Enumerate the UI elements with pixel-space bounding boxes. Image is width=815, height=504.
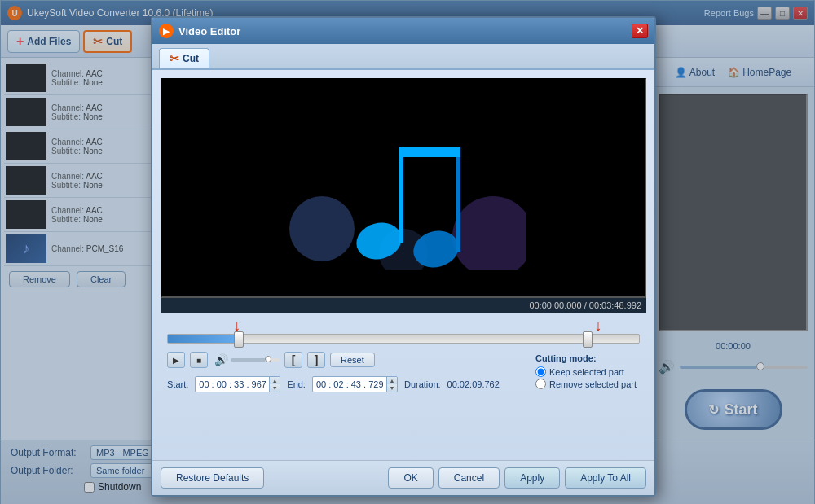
svg-rect-6 — [456, 156, 460, 252]
start-time-down[interactable]: ▼ — [270, 384, 280, 392]
end-label: End: — [287, 379, 306, 389]
video-preview — [161, 78, 646, 298]
restore-defaults-button[interactable]: Restore Defaults — [161, 467, 264, 489]
end-time-up[interactable]: ▲ — [387, 377, 397, 384]
end-handle[interactable] — [583, 331, 593, 348]
start-time-field[interactable]: ▲ ▼ — [195, 376, 280, 392]
start-handle[interactable] — [234, 331, 244, 348]
controls-row: ▶ ■ 🔊 [ ] Reset St — [161, 347, 646, 397]
cut-tab-icon: ✂ — [170, 52, 179, 65]
cutting-mode-panel: Cutting mode: Keep selected part Remove … — [526, 347, 646, 397]
video-editor-modal: ▶ Video Editor ✕ ✂ Cut — [151, 16, 656, 497]
modal-body: 00:00:00.000 / 00:03:48.992 ↓ ↓ — [152, 70, 654, 405]
ok-button[interactable]: OK — [388, 467, 433, 489]
svg-point-0 — [289, 196, 355, 261]
modal-footer: Restore Defaults OK Cancel Apply Apply T… — [152, 460, 654, 495]
bracket-start-button[interactable]: [ — [284, 352, 302, 368]
start-time-up[interactable]: ▲ — [270, 377, 280, 384]
cancel-button[interactable]: Cancel — [438, 467, 500, 489]
keep-selected-label: Keep selected part — [549, 367, 624, 377]
svg-rect-5 — [399, 147, 403, 243]
start-time-spin: ▲ ▼ — [269, 377, 280, 392]
svg-point-1 — [452, 196, 526, 270]
modal-overlay: ▶ Video Editor ✕ ✂ Cut — [0, 0, 815, 504]
apply-button[interactable]: Apply — [504, 467, 560, 489]
duration-label: Duration: — [404, 379, 441, 389]
bracket-end-button[interactable]: ] — [307, 352, 325, 368]
cutting-mode-label: Cutting mode: — [535, 353, 637, 363]
end-time-input[interactable] — [313, 378, 386, 391]
end-time-spin: ▲ ▼ — [386, 377, 397, 392]
time-inputs: Start: ▲ ▼ End: ▲ — [161, 373, 506, 396]
end-time-down[interactable]: ▼ — [387, 384, 397, 392]
timeline-container: ↓ ↓ — [161, 316, 646, 347]
start-time-input[interactable] — [196, 378, 269, 391]
volume-control: 🔊 — [214, 353, 280, 366]
modal-titlebar: ▶ Video Editor ✕ — [152, 18, 654, 44]
remove-selected-radio[interactable] — [535, 379, 546, 389]
keep-selected-row: Keep selected part — [535, 366, 637, 377]
volume-icon-modal: 🔊 — [214, 353, 228, 366]
volume-thumb-modal — [265, 356, 271, 362]
end-handle-arrow: ↓ — [595, 318, 602, 335]
timeline-track[interactable] — [167, 334, 640, 344]
remove-selected-label: Remove selected part — [549, 379, 637, 389]
svg-rect-7 — [399, 147, 460, 157]
play-button[interactable]: ▶ — [167, 352, 185, 368]
modal-close-button[interactable]: ✕ — [632, 24, 648, 38]
end-time-field[interactable]: ▲ ▼ — [312, 376, 398, 392]
timeline-fill — [168, 335, 239, 343]
volume-slider-modal[interactable] — [231, 358, 280, 362]
music-visual — [281, 107, 526, 270]
tab-cut[interactable]: ✂ Cut — [159, 48, 209, 68]
apply-to-all-button[interactable]: Apply To All — [565, 467, 646, 489]
reset-button[interactable]: Reset — [330, 353, 375, 367]
remove-selected-row: Remove selected part — [535, 379, 637, 389]
keep-selected-radio[interactable] — [535, 366, 546, 377]
footer-right: OK Cancel Apply Apply To All — [388, 467, 646, 489]
playback-controls: ▶ ■ 🔊 [ ] Reset — [161, 347, 506, 373]
modal-tabs: ✂ Cut — [152, 44, 654, 70]
stop-button[interactable]: ■ — [190, 352, 208, 368]
footer-left: Restore Defaults — [161, 467, 264, 489]
modal-title-icon: ▶ — [159, 24, 174, 38]
time-display: 00:00:00.000 / 00:03:48.992 — [161, 298, 646, 313]
duration-value: 00:02:09.762 — [447, 379, 500, 389]
modal-title: ▶ Video Editor — [159, 24, 240, 38]
start-label: Start: — [167, 379, 188, 389]
